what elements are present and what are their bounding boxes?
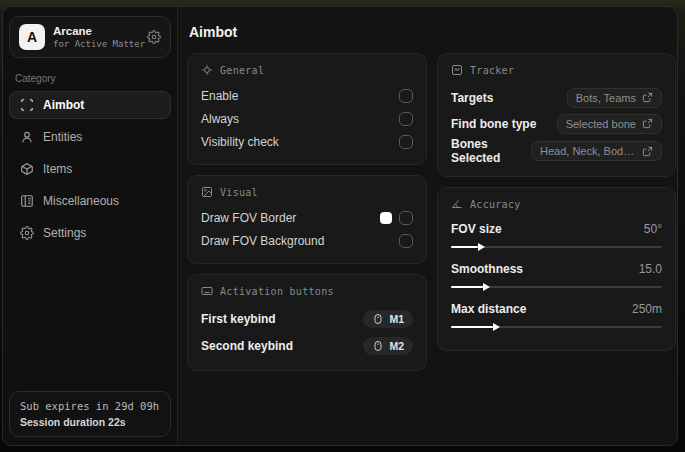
setting-row-first-keybind: First keybind M1 bbox=[201, 306, 413, 332]
sub-expires-text: Sub expires in 29d 09h bbox=[20, 400, 160, 412]
setting-row-enable: Enable bbox=[201, 85, 413, 107]
slider-thumb[interactable] bbox=[493, 323, 500, 331]
sidebar-item-items[interactable]: Items bbox=[9, 155, 171, 183]
max-distance-slider[interactable] bbox=[451, 326, 662, 328]
slider-value: 50° bbox=[644, 222, 662, 236]
sidebar-item-label: Entities bbox=[43, 130, 82, 144]
visual-card: Visual Draw FOV Border Draw FOV Backgrou… bbox=[187, 175, 427, 264]
card-title-text: Visual bbox=[220, 187, 258, 198]
setting-label: Always bbox=[201, 112, 239, 126]
targets-select[interactable]: Bots, Teams bbox=[567, 88, 662, 108]
sidebar-item-entities[interactable]: Entities bbox=[9, 123, 171, 151]
app-meta: Arcane for Active Matter bbox=[53, 25, 139, 49]
gear-icon bbox=[20, 226, 34, 240]
keybind-value: M2 bbox=[389, 340, 404, 352]
subscription-info: Sub expires in 29d 09h Session duration … bbox=[9, 391, 171, 437]
select-value: Head, Neck, Body, Pe… bbox=[540, 145, 636, 157]
always-checkbox[interactable] bbox=[399, 112, 413, 126]
activation-card-header: Activation buttons bbox=[201, 285, 413, 297]
sidebar-item-label: Items bbox=[43, 162, 72, 176]
card-title-text: Activation buttons bbox=[220, 286, 334, 297]
person-icon bbox=[20, 130, 34, 144]
mouse-icon bbox=[372, 313, 384, 325]
sidebar-item-aimbot[interactable]: Aimbot bbox=[9, 91, 171, 119]
setting-row-second-keybind: Second keybind M2 bbox=[201, 333, 413, 359]
mouse-icon bbox=[372, 340, 384, 352]
slider-fill bbox=[451, 246, 478, 248]
tracker-card: Tracker Targets Bots, Teams Find bone ty… bbox=[437, 53, 676, 177]
layout-list-icon bbox=[20, 194, 34, 208]
slider-thumb[interactable] bbox=[483, 283, 490, 291]
enable-checkbox[interactable] bbox=[399, 89, 413, 103]
scan-crosshair-icon bbox=[20, 98, 34, 112]
smoothness-slider-group: Smoothness 15.0 bbox=[451, 259, 662, 288]
tracker-card-header: Tracker bbox=[451, 64, 662, 76]
keyboard-icon bbox=[201, 285, 213, 297]
cube-icon bbox=[20, 162, 34, 176]
setting-row-always: Always bbox=[201, 108, 413, 130]
app-window: A Arcane for Active Matter Category Aimb… bbox=[2, 6, 678, 446]
visibility-check-checkbox[interactable] bbox=[399, 135, 413, 149]
app-name: Arcane bbox=[53, 25, 139, 37]
app-logo: A bbox=[19, 24, 45, 50]
setting-row-fov-background: Draw FOV Background bbox=[201, 230, 413, 252]
slider-fill bbox=[451, 326, 493, 328]
general-card: General Enable Always Visibility check bbox=[187, 53, 427, 165]
setting-label: Visibility check bbox=[201, 135, 279, 149]
setting-label: Max distance bbox=[451, 302, 526, 316]
card-title-text: Tracker bbox=[470, 65, 514, 76]
page-title: Aimbot bbox=[189, 24, 666, 40]
first-keybind-button[interactable]: M1 bbox=[363, 310, 413, 328]
keybind-value: M1 bbox=[389, 313, 404, 325]
session-duration-text: Session duration 22s bbox=[20, 416, 160, 428]
sidebar-item-settings[interactable]: Settings bbox=[9, 219, 171, 247]
setting-label: Targets bbox=[451, 91, 493, 105]
slider-thumb[interactable] bbox=[478, 243, 485, 251]
setting-row-find-bone-type: Find bone type Selected bone bbox=[451, 111, 662, 136]
angle-icon bbox=[451, 198, 463, 210]
category-label: Category bbox=[15, 73, 165, 84]
visual-card-header: Visual bbox=[201, 186, 413, 198]
activity-icon bbox=[451, 64, 463, 76]
fov-size-slider[interactable] bbox=[451, 246, 662, 248]
general-card-header: General bbox=[201, 64, 413, 76]
setting-row-bones-selected: Bones Selected Head, Neck, Body, Pe… bbox=[451, 137, 662, 165]
setting-label: FOV size bbox=[451, 222, 502, 236]
sidebar: A Arcane for Active Matter Category Aimb… bbox=[3, 7, 178, 445]
find-bone-type-select[interactable]: Selected bone bbox=[557, 114, 662, 134]
smoothness-slider[interactable] bbox=[451, 286, 662, 288]
setting-label: First keybind bbox=[201, 312, 276, 326]
setting-label: Draw FOV Border bbox=[201, 211, 296, 225]
crosshair-sun-icon bbox=[201, 64, 213, 76]
setting-label: Second keybind bbox=[201, 339, 293, 353]
fov-background-checkbox[interactable] bbox=[399, 234, 413, 248]
fov-size-slider-group: FOV size 50° bbox=[451, 219, 662, 248]
slider-value: 250m bbox=[632, 302, 662, 316]
card-title-text: General bbox=[220, 65, 264, 76]
setting-row-targets: Targets Bots, Teams bbox=[451, 85, 662, 110]
select-value: Bots, Teams bbox=[576, 92, 636, 104]
setting-label: Draw FOV Background bbox=[201, 234, 324, 248]
sidebar-item-label: Aimbot bbox=[43, 98, 84, 112]
second-keybind-button[interactable]: M2 bbox=[363, 337, 413, 355]
bones-selected-select[interactable]: Head, Neck, Body, Pe… bbox=[531, 141, 662, 161]
accuracy-card: Accuracy FOV size 50° bbox=[437, 187, 676, 351]
setting-label: Bones Selected bbox=[451, 137, 531, 165]
setting-label: Find bone type bbox=[451, 117, 536, 131]
expand-select-icon bbox=[642, 146, 653, 157]
select-value: Selected bone bbox=[566, 118, 636, 130]
sidebar-item-miscellaneous[interactable]: Miscellaneous bbox=[9, 187, 171, 215]
setting-label: Smoothness bbox=[451, 262, 523, 276]
image-icon bbox=[201, 186, 213, 198]
sidebar-item-label: Settings bbox=[43, 226, 86, 240]
settings-gear-icon[interactable] bbox=[147, 30, 161, 44]
main-content: Aimbot General Enable Alw bbox=[178, 7, 677, 445]
expand-select-icon bbox=[642, 118, 653, 129]
slider-fill bbox=[451, 286, 483, 288]
fov-border-color-swatch[interactable] bbox=[380, 212, 392, 224]
fov-border-checkbox[interactable] bbox=[399, 211, 413, 225]
setting-row-visibility-check: Visibility check bbox=[201, 131, 413, 153]
sidebar-item-label: Miscellaneous bbox=[43, 194, 119, 208]
expand-select-icon bbox=[642, 92, 653, 103]
max-distance-slider-group: Max distance 250m bbox=[451, 299, 662, 328]
